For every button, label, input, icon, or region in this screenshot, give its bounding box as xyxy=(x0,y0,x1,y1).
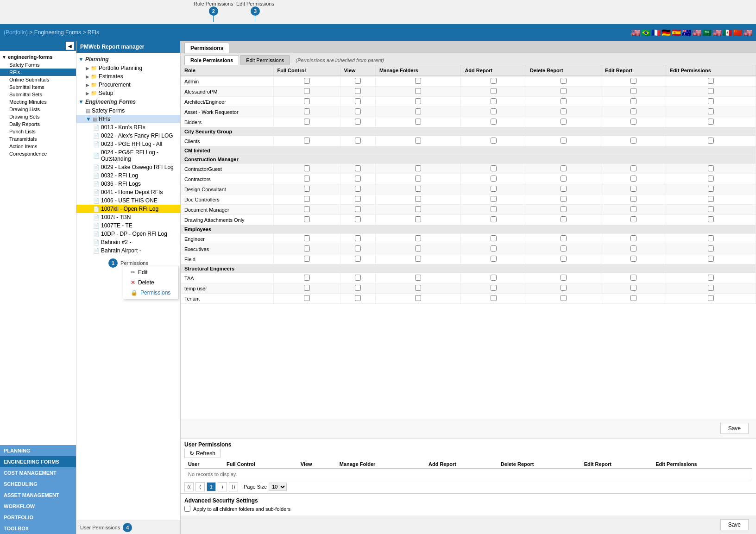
role-checkbox[interactable] xyxy=(630,275,636,281)
tree-node-rfi-1006[interactable]: 📄 1006 - USE THIS ONE xyxy=(76,196,180,205)
page-first-button[interactable]: ⟨⟨ xyxy=(184,482,194,491)
tree-node-estimates[interactable]: ▶ 📁 Estimates xyxy=(76,72,180,81)
page-next-button[interactable]: ⟩ xyxy=(218,482,227,491)
role-checkbox[interactable] xyxy=(415,88,421,94)
save-button-top[interactable]: Save xyxy=(720,423,749,434)
role-checkbox[interactable] xyxy=(355,275,361,281)
role-checkbox[interactable] xyxy=(561,186,567,192)
sidebar-item-action-items[interactable]: Action Items xyxy=(0,143,76,150)
role-checkbox[interactable] xyxy=(415,78,421,84)
role-checkbox[interactable] xyxy=(355,98,361,104)
role-checkbox[interactable] xyxy=(355,108,361,114)
page-last-button[interactable]: ⟩⟩ xyxy=(229,482,238,491)
tree-node-rfi-0036[interactable]: 📄 0036 - RFI Logs xyxy=(76,180,180,188)
sidebar-item-meeting-minutes[interactable]: Meeting Minutes xyxy=(0,98,76,106)
role-checkbox[interactable] xyxy=(304,206,310,212)
role-checkbox[interactable] xyxy=(304,216,310,222)
role-checkbox[interactable] xyxy=(561,285,567,291)
role-checkbox[interactable] xyxy=(491,98,497,104)
tree-node-rfi-bahrain-airport[interactable]: 📄 Bahrain Airport - xyxy=(76,246,180,255)
role-checkbox[interactable] xyxy=(630,206,636,212)
role-checkbox[interactable] xyxy=(304,119,310,125)
page-1-button[interactable]: 1 xyxy=(207,482,216,491)
sidebar-item-online-submittals[interactable]: Online Submittals xyxy=(0,76,76,83)
role-checkbox[interactable] xyxy=(355,78,361,84)
context-menu-permissions[interactable]: 🔒 Permissions xyxy=(123,288,178,298)
save-button-bottom[interactable]: Save xyxy=(720,519,749,530)
nav-toolbox[interactable]: TOOLBOX xyxy=(0,523,76,534)
tree-node-rfi-0024[interactable]: 📄 0024 - PG&E RFI Log - Outstanding xyxy=(76,148,180,163)
role-checkbox[interactable] xyxy=(630,176,636,182)
role-checkbox[interactable] xyxy=(355,295,361,301)
tree-node-rfi-bahrain2[interactable]: 📄 Bahrain #2 - xyxy=(76,238,180,246)
role-checkbox[interactable] xyxy=(415,295,421,301)
role-table-container[interactable]: Role Full Control View Manage Folders Ad… xyxy=(181,65,756,419)
sidebar-collapse-button[interactable]: ◀ xyxy=(66,42,74,50)
nav-planning[interactable]: PLANNING xyxy=(0,445,76,456)
role-checkbox[interactable] xyxy=(355,235,361,241)
tab-role-permissions[interactable]: Role Permissions xyxy=(184,55,239,65)
role-checkbox[interactable] xyxy=(708,186,714,192)
role-checkbox[interactable] xyxy=(355,88,361,94)
role-checkbox[interactable] xyxy=(708,256,714,262)
tree-panel-content[interactable]: ▼ Planning ▶ 📁 Portfolio Planning ▶ 📁 Es… xyxy=(76,53,180,521)
role-checkbox[interactable] xyxy=(415,165,421,171)
role-checkbox[interactable] xyxy=(630,98,636,104)
role-checkbox[interactable] xyxy=(491,88,497,94)
role-checkbox[interactable] xyxy=(304,235,310,241)
role-checkbox[interactable] xyxy=(304,98,310,104)
tree-node-safety-forms[interactable]: ▦ Safety Forms xyxy=(76,107,180,115)
permissions-tab[interactable]: Permissions xyxy=(184,43,229,53)
role-checkbox[interactable] xyxy=(630,196,636,202)
role-checkbox[interactable] xyxy=(415,275,421,281)
sidebar-item-transmittals[interactable]: Transmittals xyxy=(0,135,76,143)
page-size-select[interactable]: 10 25 50 xyxy=(269,483,287,491)
role-checkbox[interactable] xyxy=(491,216,497,222)
role-checkbox[interactable] xyxy=(304,186,310,192)
role-checkbox[interactable] xyxy=(561,275,567,281)
role-checkbox[interactable] xyxy=(491,206,497,212)
role-checkbox[interactable] xyxy=(708,138,714,144)
role-checkbox[interactable] xyxy=(304,295,310,301)
role-checkbox[interactable] xyxy=(561,295,567,301)
role-checkbox[interactable] xyxy=(630,285,636,291)
nav-workflow[interactable]: WORKFLOW xyxy=(0,501,76,512)
role-checkbox[interactable] xyxy=(304,285,310,291)
role-checkbox[interactable] xyxy=(561,165,567,171)
role-checkbox[interactable] xyxy=(630,245,636,251)
role-checkbox[interactable] xyxy=(708,196,714,202)
adv-security-checkbox[interactable] xyxy=(184,506,190,512)
sidebar-item-submittal-sets[interactable]: Submittal Sets xyxy=(0,91,76,98)
role-checkbox[interactable] xyxy=(355,176,361,182)
role-checkbox[interactable] xyxy=(491,235,497,241)
role-checkbox[interactable] xyxy=(355,216,361,222)
role-checkbox[interactable] xyxy=(561,78,567,84)
role-checkbox[interactable] xyxy=(355,245,361,251)
role-checkbox[interactable] xyxy=(708,235,714,241)
role-checkbox[interactable] xyxy=(630,216,636,222)
tree-section-engineering[interactable]: ▼ Engineering Forms xyxy=(76,97,180,107)
tree-node-rfi-0032[interactable]: 📄 0032 - RFI Log xyxy=(76,171,180,180)
sidebar-item-correspondence[interactable]: Correspondence xyxy=(0,150,76,157)
role-checkbox[interactable] xyxy=(355,165,361,171)
role-checkbox[interactable] xyxy=(491,285,497,291)
tree-node-rfi-0022[interactable]: 📄 0022 - Alex's Fancy RFI LOG xyxy=(76,132,180,140)
context-menu-delete[interactable]: ✕ Delete xyxy=(123,277,178,288)
role-checkbox[interactable] xyxy=(355,285,361,291)
role-checkbox[interactable] xyxy=(491,245,497,251)
nav-portfolio[interactable]: PORTFOLIO xyxy=(0,512,76,523)
sidebar-item-drawing-sets[interactable]: Drawing Sets xyxy=(0,113,76,120)
nav-asset[interactable]: ASSET MANAGEMENT xyxy=(0,490,76,501)
role-checkbox[interactable] xyxy=(415,119,421,125)
role-checkbox[interactable] xyxy=(491,295,497,301)
role-checkbox[interactable] xyxy=(304,275,310,281)
breadcrumb-portfolio[interactable]: (Portfolio) xyxy=(4,29,28,36)
tab-edit-permissions[interactable]: Edit Permissions xyxy=(240,55,290,65)
role-checkbox[interactable] xyxy=(708,285,714,291)
role-checkbox[interactable] xyxy=(561,88,567,94)
role-checkbox[interactable] xyxy=(304,245,310,251)
role-checkbox[interactable] xyxy=(708,88,714,94)
role-checkbox[interactable] xyxy=(304,138,310,144)
role-checkbox[interactable] xyxy=(708,275,714,281)
role-checkbox[interactable] xyxy=(415,285,421,291)
